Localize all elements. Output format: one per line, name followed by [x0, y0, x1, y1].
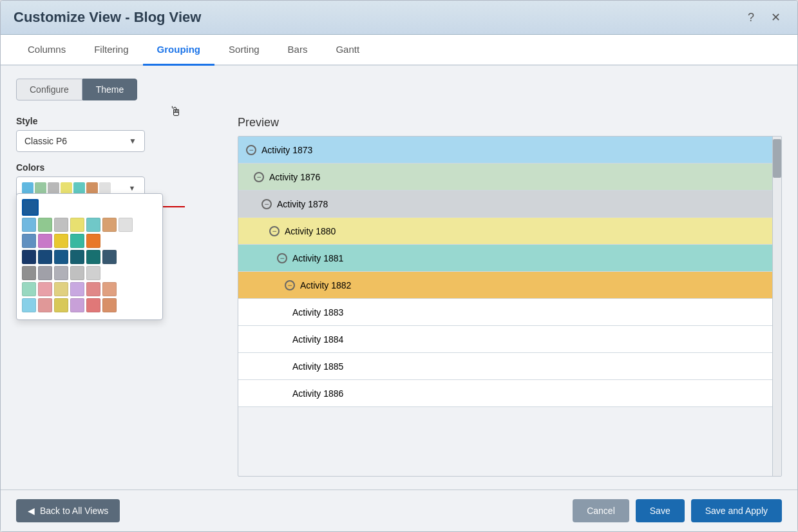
help-icon[interactable]: ? [742, 8, 760, 26]
picker-swatch-pastel6[interactable] [102, 282, 117, 296]
picker-swatch-lightgray[interactable] [54, 218, 68, 232]
picker-swatch-darknavy1[interactable] [22, 250, 36, 264]
tab-grouping[interactable]: Grouping [143, 35, 215, 66]
preview-scrollbar[interactable] [772, 137, 781, 476]
left-panel: Style Classic P6 ▼ Colors [16, 116, 222, 477]
picker-swatch-gray4[interactable] [70, 266, 84, 280]
close-icon[interactable]: ✕ [766, 8, 784, 26]
tab-filtering[interactable]: Filtering [80, 35, 142, 66]
right-panel: Preview − Activity 1873 − Activity 1876 … [238, 116, 782, 477]
preview-label: Preview [238, 116, 782, 129]
style-dropdown[interactable]: Classic P6 ▼ [16, 130, 145, 152]
back-to-all-views-button[interactable]: ◀ Back to All Views [16, 499, 120, 522]
tab-gantt[interactable]: Gantt [321, 35, 374, 66]
style-label: Style [16, 116, 222, 126]
picker-swatch-add3[interactable] [54, 298, 68, 312]
picker-swatch-medpurple[interactable] [38, 234, 52, 248]
tab-bars[interactable]: Bars [274, 35, 322, 66]
row-label-1876: Activity 1876 [269, 172, 320, 182]
swatch-5 [73, 182, 85, 194]
preview-row-1876: − Activity 1876 [238, 164, 781, 191]
row-label-1885: Activity 1885 [292, 361, 343, 372]
picker-swatch-darknavy3[interactable] [54, 250, 68, 264]
picker-swatch-add5[interactable] [86, 298, 100, 312]
picker-row-6 [22, 298, 157, 312]
minus-icon-1878[interactable]: − [261, 199, 272, 209]
preview-row-1873: − Activity 1873 [238, 137, 781, 164]
dialog-title: Customize View - Blog View [14, 9, 201, 26]
picker-swatch-pastel1[interactable] [22, 282, 36, 296]
sub-tab-theme[interactable]: Theme [82, 79, 138, 100]
picker-swatch-darknavy6[interactable] [102, 250, 117, 264]
tab-sorting[interactable]: Sorting [214, 35, 274, 66]
minus-icon-1873[interactable]: − [246, 145, 256, 155]
preview-row-1878: − Activity 1878 [238, 191, 781, 218]
tab-columns[interactable]: Columns [14, 35, 80, 66]
picker-row-4 [22, 266, 157, 280]
row-label-1873: Activity 1873 [261, 145, 312, 155]
row-label-1881: Activity 1881 [292, 253, 343, 263]
scrollbar-thumb [773, 139, 781, 178]
picker-swatch-lightblue[interactable] [22, 218, 36, 232]
picker-swatch-darknavy5[interactable] [86, 250, 100, 264]
preview-row-1884: Activity 1884 [238, 326, 781, 353]
row-label-1882: Activity 1882 [300, 280, 351, 290]
cancel-button[interactable]: Cancel [573, 499, 629, 522]
picker-row-5 [22, 282, 157, 296]
colors-field: Colors ▼ [16, 162, 222, 200]
picker-swatch-lightgray2[interactable] [119, 218, 133, 232]
minus-icon-1881[interactable]: − [277, 253, 287, 263]
swatch-6 [86, 182, 98, 194]
sub-tab-configure[interactable]: Configure [16, 79, 82, 100]
customize-view-dialog: Customize View - Blog View ? ✕ Columns F… [0, 0, 798, 532]
preview-row-1886: Activity 1886 [238, 380, 781, 407]
picker-swatch-darknavy2[interactable] [38, 250, 52, 264]
save-button[interactable]: Save [636, 499, 685, 522]
picker-swatch-add2[interactable] [38, 298, 52, 312]
header-icons: ? ✕ [742, 8, 784, 26]
picker-swatch-add6[interactable] [102, 298, 117, 312]
row-label-1884: Activity 1884 [292, 334, 343, 345]
content-area: Style Classic P6 ▼ Colors [16, 116, 782, 477]
back-arrow-icon: ◀ [28, 506, 35, 516]
picker-swatch-medyellow[interactable] [54, 234, 68, 248]
back-label: Back to All Views [40, 506, 108, 516]
picker-swatch-medorange[interactable] [86, 234, 100, 248]
picker-swatch-medblue[interactable] [22, 234, 36, 248]
preview-row-1880: − Activity 1880 [238, 218, 781, 245]
row-label-1878: Activity 1878 [277, 199, 328, 209]
minus-icon-1880[interactable]: − [269, 226, 280, 236]
row-label-1880: Activity 1880 [285, 226, 336, 236]
picker-swatch-medteal[interactable] [70, 234, 84, 248]
minus-icon-1882[interactable]: − [285, 280, 295, 290]
picker-swatch-add4[interactable] [70, 298, 84, 312]
picker-swatch-add1[interactable] [22, 298, 36, 312]
picker-swatch-gray5[interactable] [86, 266, 100, 280]
picker-swatch-lightcyan[interactable] [86, 218, 100, 232]
color-picker-popup [16, 193, 163, 320]
swatch-1 [22, 182, 33, 194]
picker-swatch-lightorange[interactable] [102, 218, 117, 232]
picker-swatch-darknavy4[interactable] [70, 250, 84, 264]
picker-swatch-lightyellow[interactable] [70, 218, 84, 232]
dialog-body: Configure Theme Style Classic P6 ▼ Color… [1, 66, 797, 489]
sub-tabs: Configure Theme [16, 79, 782, 100]
picker-swatch-pastel3[interactable] [54, 282, 68, 296]
picker-swatch-pastel5[interactable] [86, 282, 100, 296]
dialog-header: Customize View - Blog View ? ✕ [1, 1, 797, 35]
row-label-1886: Activity 1886 [292, 388, 343, 399]
minus-icon-1876[interactable]: − [254, 172, 264, 182]
picker-swatch-pastel4[interactable] [70, 282, 84, 296]
dialog-footer: ◀ Back to All Views Cancel Save Save and… [1, 489, 797, 531]
picker-swatch-lightgreen[interactable] [38, 218, 52, 232]
picker-row-2 [22, 234, 157, 248]
preview-row-1885: Activity 1885 [238, 353, 781, 380]
picker-row-3 [22, 250, 157, 264]
picker-swatch-pastel2[interactable] [38, 282, 52, 296]
row-label-1883: Activity 1883 [292, 307, 343, 318]
picker-swatch-blue-selected[interactable] [22, 199, 39, 216]
picker-swatch-gray2[interactable] [38, 266, 52, 280]
picker-swatch-gray3[interactable] [54, 266, 68, 280]
save-and-apply-button[interactable]: Save and Apply [691, 499, 782, 522]
picker-swatch-gray1[interactable] [22, 266, 36, 280]
